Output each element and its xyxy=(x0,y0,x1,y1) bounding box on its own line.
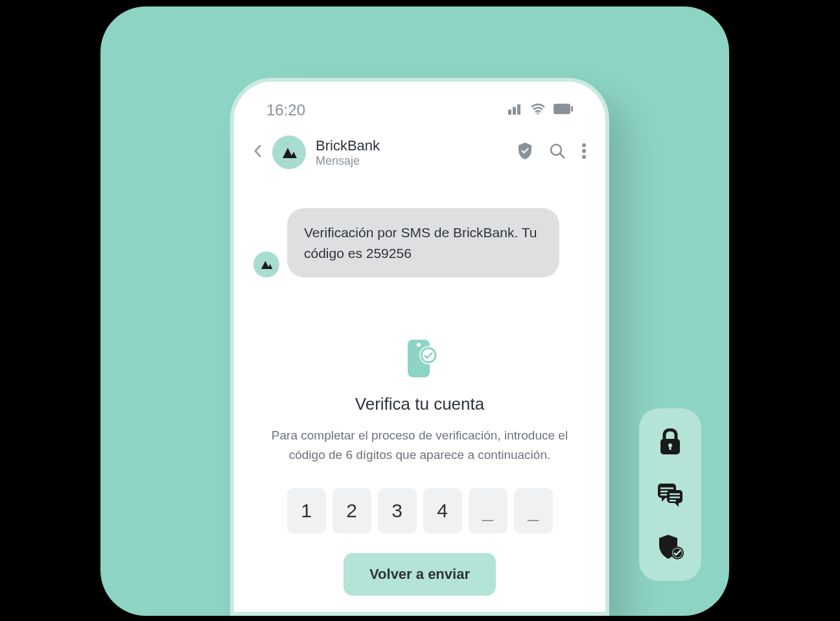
code-digit-6[interactable]: _ xyxy=(514,488,553,533)
phone-frame: 16:20 BrickBank Mensaje xyxy=(230,78,609,616)
code-digit-2[interactable]: 2 xyxy=(332,488,371,533)
shield-check-icon[interactable] xyxy=(657,534,684,561)
svg-point-10 xyxy=(582,155,586,159)
message-avatar xyxy=(253,252,279,277)
status-time: 16:20 xyxy=(266,101,305,119)
svg-point-8 xyxy=(582,143,586,147)
verify-description: Para completar el proceso de verificació… xyxy=(260,426,579,465)
code-digit-4[interactable]: 4 xyxy=(423,488,462,533)
verify-section: Verifica tu cuenta Para completar el pro… xyxy=(234,297,605,596)
resend-button[interactable]: Volver a enviar xyxy=(344,553,496,596)
svg-rect-1 xyxy=(513,107,516,115)
svg-rect-0 xyxy=(508,110,511,115)
svg-rect-19 xyxy=(660,487,673,489)
svg-line-7 xyxy=(560,154,565,158)
message-row: Verificación por SMS de BrickBank. Tu có… xyxy=(234,182,605,297)
code-digit-5[interactable]: _ xyxy=(469,488,508,533)
svg-point-12 xyxy=(417,343,421,347)
shield-icon[interactable] xyxy=(517,143,533,162)
side-button-panel xyxy=(639,408,701,581)
svg-point-6 xyxy=(551,145,561,155)
svg-rect-25 xyxy=(670,500,676,502)
svg-rect-24 xyxy=(670,497,680,498)
svg-point-9 xyxy=(582,149,586,153)
sender-info: BrickBank Mensaje xyxy=(316,137,508,168)
code-digit-3[interactable]: 3 xyxy=(378,488,417,533)
sender-avatar[interactable] xyxy=(272,135,306,169)
svg-rect-23 xyxy=(670,493,680,495)
header-actions xyxy=(517,143,586,162)
verify-title: Verifica tu cuenta xyxy=(260,394,579,414)
chat-header: BrickBank Mensaje xyxy=(234,119,605,182)
search-icon[interactable] xyxy=(549,143,566,162)
signal-icon xyxy=(508,103,522,117)
sender-subtitle: Mensaje xyxy=(316,154,508,168)
phone-check-icon xyxy=(397,336,443,381)
sms-message-bubble: Verificación por SMS de BrickBank. Tu có… xyxy=(287,208,559,277)
lock-icon[interactable] xyxy=(657,428,684,455)
more-menu-icon[interactable] xyxy=(582,143,586,161)
status-bar: 16:20 xyxy=(234,82,605,119)
code-digit-1[interactable]: 1 xyxy=(287,488,326,533)
svg-rect-4 xyxy=(554,104,570,114)
svg-rect-2 xyxy=(517,104,520,115)
svg-rect-17 xyxy=(670,446,671,450)
wifi-icon xyxy=(530,103,546,117)
svg-point-3 xyxy=(537,113,539,115)
sender-name: BrickBank xyxy=(316,137,508,154)
back-button[interactable] xyxy=(253,144,262,161)
code-inputs: 1 2 3 4 _ _ xyxy=(260,488,579,533)
status-icons-group xyxy=(508,103,573,117)
battery-icon xyxy=(554,104,573,117)
svg-rect-5 xyxy=(571,106,573,111)
chat-icon[interactable] xyxy=(657,481,684,508)
